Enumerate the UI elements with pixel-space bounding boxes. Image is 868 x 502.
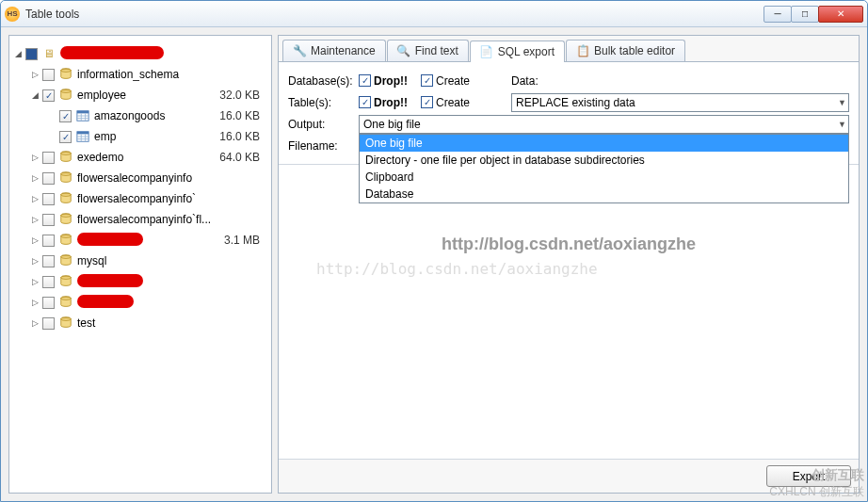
- checkbox[interactable]: [42, 297, 55, 309]
- titlebar[interactable]: HS Table tools ─ □ ✕: [1, 1, 867, 27]
- checkbox[interactable]: [42, 214, 55, 226]
- expander-icon[interactable]: ▷: [30, 173, 40, 184]
- checkbox[interactable]: ✓: [59, 131, 72, 143]
- tree-root[interactable]: ◢ 🖥: [13, 43, 267, 64]
- tree-item[interactable]: ▷3.1 MB: [13, 230, 267, 251]
- databases-label: Database(s):: [288, 74, 359, 88]
- tree-item[interactable]: ✓amazongoods16.0 KB: [13, 105, 267, 126]
- checkbox[interactable]: [42, 152, 55, 164]
- tree-item[interactable]: ▷flowersalecompanyinfo`fl...: [13, 209, 267, 230]
- tree-item[interactable]: ▷flowersalecompanyinfo`: [13, 188, 267, 209]
- dropdown-option[interactable]: Database: [360, 186, 848, 202]
- tree-item[interactable]: ◢✓employee32.0 KB: [13, 85, 267, 105]
- expander-icon[interactable]: ▷: [30, 215, 40, 225]
- expander-icon[interactable]: ▷: [30, 153, 40, 163]
- tab-maintenance[interactable]: 🔧Maintenance: [282, 40, 386, 61]
- dropdown-option[interactable]: Directory - one file per object in datab…: [360, 152, 848, 169]
- database-icon: [58, 170, 73, 186]
- tree-item[interactable]: ▷test: [13, 313, 267, 333]
- checkbox[interactable]: [42, 235, 55, 247]
- checkbox[interactable]: [42, 276, 55, 288]
- dropdown-option[interactable]: One big file: [360, 135, 848, 152]
- tbl-create-checkbox[interactable]: ✓Create: [421, 96, 470, 109]
- expander-icon[interactable]: ▷: [30, 235, 40, 246]
- checkbox[interactable]: [42, 193, 55, 205]
- database-icon: [58, 253, 73, 268]
- tree-item-label: employee: [77, 89, 219, 102]
- tree-item-label: [77, 274, 260, 290]
- data-combo[interactable]: REPLACE existing data ▼: [511, 93, 849, 112]
- checkbox[interactable]: [42, 255, 55, 267]
- expander-icon[interactable]: ◢: [13, 49, 24, 59]
- tree-item[interactable]: ▷information_schema: [13, 64, 267, 85]
- close-button[interactable]: ✕: [818, 6, 863, 23]
- minimize-button[interactable]: ─: [764, 6, 792, 23]
- output-dropdown[interactable]: One big fileDirectory - one file per obj…: [359, 134, 849, 203]
- db-create-checkbox[interactable]: ✓Create: [421, 74, 470, 88]
- database-icon: [58, 316, 73, 331]
- tree-item-label: information_schema: [77, 68, 260, 81]
- tree-item[interactable]: ▷exedemo64.0 KB: [13, 147, 267, 168]
- tree-item[interactable]: ▷mysql: [13, 251, 267, 271]
- output-label: Output:: [288, 118, 359, 131]
- db-drop-checkbox[interactable]: ✓Drop!!: [359, 74, 408, 88]
- export-button[interactable]: Export: [766, 465, 851, 487]
- tabs: 🔧Maintenance🔍Find text📄SQL export📋Bulk t…: [279, 36, 859, 62]
- tree-item-label: emp: [94, 130, 219, 143]
- expander-icon[interactable]: [47, 111, 57, 121]
- dropdown-option[interactable]: Clipboard: [360, 169, 848, 186]
- tree-item-size: 3.1 MB: [224, 234, 267, 247]
- data-combo-value: REPLACE existing data: [516, 96, 635, 109]
- wrench-icon: 🔧: [293, 44, 306, 57]
- checkbox[interactable]: [25, 48, 38, 60]
- database-icon: [58, 150, 73, 165]
- expander-icon[interactable]: ▷: [30, 277, 40, 287]
- tree-item-size: 32.0 KB: [219, 89, 267, 102]
- tab-sql-export[interactable]: 📄SQL export: [470, 40, 565, 62]
- output-combo[interactable]: One big file ▼ One big fileDirectory - o…: [359, 115, 849, 134]
- checkbox[interactable]: ✓: [42, 89, 55, 102]
- svg-rect-5: [77, 111, 88, 114]
- chevron-down-icon: ▼: [838, 98, 846, 107]
- checkbox[interactable]: [42, 317, 55, 330]
- find-icon: 🔍: [397, 44, 410, 57]
- tree-item-label: test: [77, 316, 260, 330]
- checkbox[interactable]: ✓: [59, 110, 72, 122]
- expander-icon[interactable]: ▷: [30, 70, 40, 80]
- data-label: Data:: [511, 74, 549, 88]
- database-icon: [58, 67, 73, 82]
- sql-icon: 📄: [480, 45, 493, 58]
- expander-icon[interactable]: ▷: [30, 318, 40, 329]
- tree-panel[interactable]: ◢ 🖥 ▷information_schema◢✓employee32.0 KB…: [8, 35, 272, 494]
- tbl-drop-checkbox[interactable]: ✓Drop!!: [359, 96, 408, 109]
- tab-bulk-table-editor[interactable]: 📋Bulk table editor: [566, 40, 685, 61]
- tree-item-size: 16.0 KB: [219, 130, 267, 143]
- server-icon: 🖥: [41, 46, 56, 61]
- tree-item[interactable]: ▷: [13, 271, 267, 292]
- expander-icon[interactable]: ▷: [30, 298, 40, 308]
- window-title: Table tools: [25, 8, 764, 21]
- database-icon: [58, 212, 73, 227]
- checkbox[interactable]: [42, 69, 55, 81]
- tree-item[interactable]: ✓emp16.0 KB: [13, 126, 267, 147]
- chevron-down-icon: ▼: [838, 120, 846, 129]
- tree-item[interactable]: ▷: [13, 292, 267, 313]
- tree-item-label: flowersalecompanyinfo: [77, 171, 260, 185]
- tab-find-text[interactable]: 🔍Find text: [387, 40, 469, 61]
- expander-icon[interactable]: ▷: [30, 194, 40, 204]
- form-area: Database(s): ✓Drop!! ✓Create Data: Table…: [279, 62, 859, 165]
- tree-item[interactable]: ▷flowersalecompanyinfo: [13, 168, 267, 188]
- expander-icon[interactable]: ◢: [30, 90, 40, 101]
- tree-item-label: amazongoods: [94, 109, 219, 122]
- database-icon: [58, 88, 73, 103]
- watermark-text: http://blog.csdn.net/aoxiangzhe: [297, 235, 840, 254]
- table-icon: [75, 108, 90, 123]
- checkbox[interactable]: [42, 172, 55, 185]
- maximize-button[interactable]: □: [791, 6, 819, 23]
- tree-root-label: [60, 46, 267, 62]
- right-panel: 🔧Maintenance🔍Find text📄SQL export📋Bulk t…: [278, 35, 860, 494]
- output-combo-value: One big file: [363, 118, 421, 131]
- expander-icon[interactable]: [47, 132, 57, 142]
- table-icon: [75, 129, 90, 144]
- expander-icon[interactable]: ▷: [30, 256, 40, 267]
